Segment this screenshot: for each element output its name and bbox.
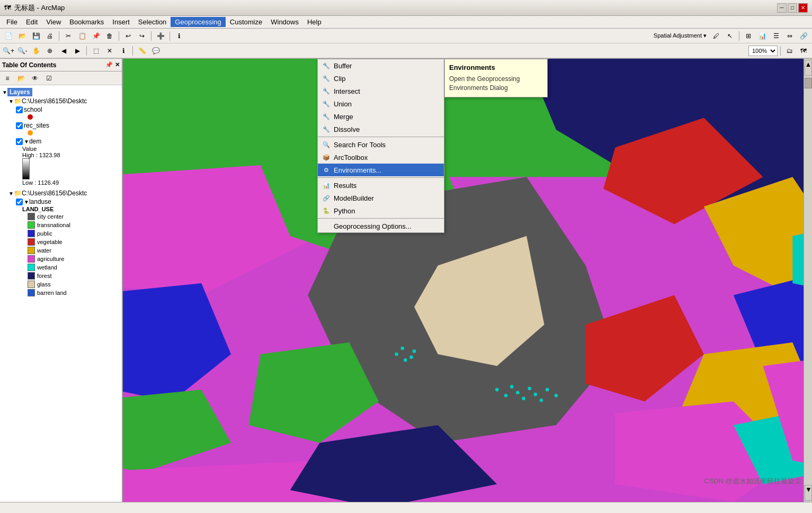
sep1 (59, 31, 59, 41)
select-features-button[interactable]: ⬚ (90, 45, 102, 57)
toc-layers-root[interactable]: ▼ Layers (0, 87, 122, 97)
status-bar (0, 502, 812, 513)
list-button[interactable]: ☰ (770, 30, 782, 42)
toc-layer-dem[interactable]: ▼ dem (0, 137, 122, 146)
menu-intersect[interactable]: 🔧 Intersect (318, 85, 444, 97)
toc-list-by-selection[interactable]: ☑ (42, 73, 55, 84)
dropdown-sep-1 (318, 137, 444, 137)
cut-button[interactable]: ✂ (62, 30, 75, 42)
dem-low-label: Low : 1126.49 (0, 179, 122, 186)
redo-button[interactable]: ↪ (136, 30, 148, 42)
map-tips-button[interactable]: 💬 (149, 45, 162, 57)
zoom-out-button[interactable]: 🔍- (16, 45, 29, 57)
menu-python[interactable]: 🐍 Python (318, 204, 444, 217)
open-button[interactable]: 📂 (16, 30, 29, 42)
menu-edit[interactable]: Edit (22, 17, 42, 27)
menu-selection[interactable]: Selection (134, 17, 171, 27)
clear-selection-button[interactable]: ✕ (103, 45, 116, 57)
menu-arctoolbox[interactable]: 📦 ArcToolbox (318, 151, 444, 164)
expand-landuse-icon[interactable]: ▼ (24, 199, 29, 205)
copy-button[interactable]: 📋 (76, 30, 88, 42)
table-button[interactable]: 📊 (756, 30, 769, 42)
school-label: school (24, 106, 42, 113)
menu-search-for-tools[interactable]: 🔍 Search For Tools (318, 138, 444, 151)
expand-dem-icon[interactable]: ▼ (24, 139, 29, 145)
menu-geoprocessing-options[interactable]: Geoprocessing Options... (318, 220, 444, 232)
rec-sites-label: rec_sites (24, 122, 49, 129)
menu-merge[interactable]: 🔧 Merge (318, 110, 444, 123)
measure-button[interactable]: 📏 (136, 45, 148, 57)
zoom-in-button[interactable]: 🔍+ (2, 45, 15, 57)
menu-geoprocessing[interactable]: Geoprocessing (171, 17, 225, 27)
full-extent-button[interactable]: ⊕ (43, 45, 56, 57)
menu-union[interactable]: 🔧 Union (318, 97, 444, 110)
toc-pin-button[interactable]: 📌 (105, 61, 113, 68)
sep4 (169, 31, 170, 41)
save-button[interactable]: 💾 (30, 30, 42, 42)
menu-file[interactable]: File (2, 17, 22, 27)
undo-button[interactable]: ↩ (122, 30, 135, 42)
menu-modelbuilder[interactable]: 🔗 ModelBuilder (318, 192, 444, 204)
landuse-checkbox[interactable] (16, 199, 23, 205)
menu-results[interactable]: 📊 Results (318, 179, 444, 192)
menu-clip[interactable]: 🔧 Clip (318, 72, 444, 85)
toc-layer-landuse[interactable]: ▼ landuse (0, 197, 122, 206)
rec-sites-symbol (0, 130, 122, 137)
school-checkbox[interactable] (16, 106, 23, 113)
map-area[interactable]: 🔧 Buffer 🔧 Clip 🔧 Intersect 🔧 Union 🔧 Me… (123, 59, 812, 502)
new-button[interactable]: 📄 (2, 30, 15, 42)
forward-button[interactable]: ▶ (71, 45, 84, 57)
toc-expand-layers[interactable]: ▼ (2, 89, 7, 95)
toc-list-by-drawing-order[interactable]: ≡ (1, 73, 14, 84)
toc-close-button[interactable]: ✕ (115, 61, 120, 68)
legend-label-barren-land: barren land (37, 290, 67, 296)
back-button[interactable]: ◀ (57, 45, 70, 57)
menu-buffer[interactable]: 🔧 Buffer (318, 59, 444, 72)
toc-panel: Table Of Contents 📌 ✕ ≡ 📂 👁 ☑ ▼ Layers ▼ (0, 59, 123, 502)
toolbar-row-2: 🔍+ 🔍- ✋ ⊕ ◀ ▶ ⬚ ✕ ℹ 📏 💬 100% 50% 200% 🗂 … (0, 43, 812, 58)
edit-tool-button[interactable]: 🖊 (710, 30, 722, 42)
print-button[interactable]: 🖨 (43, 30, 56, 42)
expand-folder1-icon[interactable]: ▼ (8, 98, 14, 104)
toc-list-by-visibility[interactable]: 👁 (29, 73, 41, 84)
toc-folder-1[interactable]: ▼ 📁 C:\Users\86156\Desktc (0, 97, 122, 105)
grid-button[interactable]: ⊞ (742, 30, 755, 42)
delete-button[interactable]: 🗑 (103, 30, 116, 42)
menu-windows[interactable]: Windows (266, 17, 303, 27)
toc-layer-school[interactable]: school (0, 105, 122, 114)
menu-insert[interactable]: Insert (108, 17, 134, 27)
paste-button[interactable]: 📌 (90, 30, 102, 42)
close-button[interactable]: ✕ (798, 3, 808, 13)
intersect-icon: 🔧 (322, 87, 331, 95)
add-data-button[interactable]: ➕ (154, 30, 167, 42)
menu-customize[interactable]: Customize (226, 17, 266, 27)
snap-button[interactable]: 🔗 (797, 30, 810, 42)
identify-features-button[interactable]: ℹ (117, 45, 130, 57)
svg-point-30 (522, 397, 525, 400)
basemap-button[interactable]: 🗺 (797, 45, 810, 57)
pan-button[interactable]: ✋ (30, 45, 42, 57)
identify-button[interactable]: ℹ (173, 30, 185, 42)
geoprocessing-dropdown: 🔧 Buffer 🔧 Clip 🔧 Intersect 🔧 Union 🔧 Me… (317, 59, 444, 233)
select-tool-button[interactable]: ↖ (724, 30, 736, 42)
toc-layer-rec-sites[interactable]: rec_sites (0, 121, 122, 130)
minimize-button[interactable]: ─ (777, 3, 787, 13)
layer-toggle-button[interactable]: 🗂 (783, 45, 796, 57)
toc-folder-2[interactable]: ▼ 📁 C:\Users\86156\Desktc (0, 189, 122, 197)
menu-view[interactable]: View (42, 17, 65, 27)
legend-water: water (0, 246, 122, 255)
expand-folder2-icon[interactable]: ▼ (8, 191, 14, 196)
svg-point-24 (400, 346, 404, 350)
rec-sites-checkbox[interactable] (16, 122, 23, 129)
menu-dissolve[interactable]: 🔧 Dissolve (318, 123, 444, 136)
adjust-button[interactable]: ⇔ (783, 30, 796, 42)
dem-checkbox[interactable] (16, 138, 23, 145)
map-scrollbar-vertical[interactable]: ▲ ▼ (804, 59, 812, 502)
menu-bookmarks[interactable]: Bookmarks (65, 17, 108, 27)
zoom-level-dropdown[interactable]: 100% 50% 200% (748, 46, 778, 56)
menu-help[interactable]: Help (303, 17, 326, 27)
maximize-button[interactable]: □ (788, 3, 797, 13)
legend-vegetable: vegetable (0, 238, 122, 246)
menu-environments[interactable]: ⚙ Environments... (318, 164, 444, 176)
toc-list-by-source[interactable]: 📂 (15, 73, 28, 84)
